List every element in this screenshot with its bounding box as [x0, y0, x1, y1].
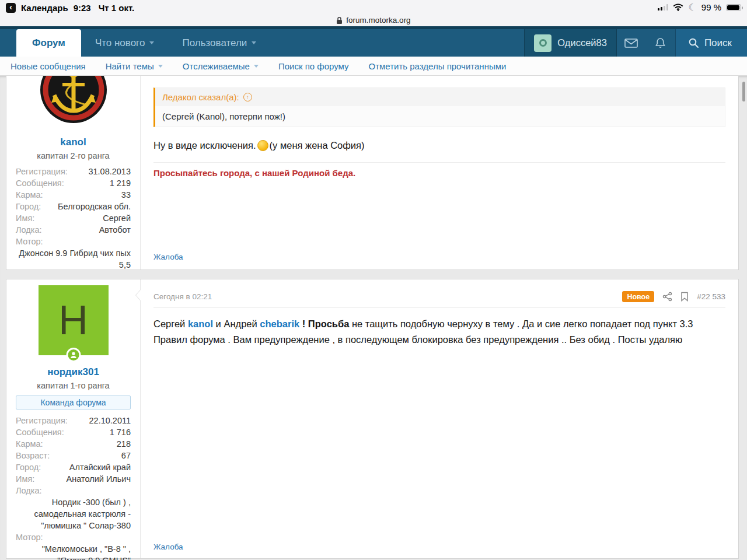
- post-date-link[interactable]: Сегодня в 02:21: [153, 292, 212, 301]
- wifi-icon: [673, 4, 683, 11]
- subnav-label: Новые сообщения: [11, 61, 86, 71]
- new-badge: Новое: [622, 291, 654, 302]
- stat-label: Сообщения:: [16, 177, 64, 189]
- stat-label: Карма:: [16, 438, 43, 450]
- person-icon: [69, 351, 77, 359]
- scroll-indicator[interactable]: [742, 82, 745, 102]
- quote-author-label: Ледакол сказал(а):: [162, 92, 239, 102]
- tab-members[interactable]: Пользователи: [168, 29, 270, 57]
- subnav-mark-read[interactable]: Отметить разделы прочитанными: [368, 61, 506, 71]
- screen: ‹ Календарь 9:23 Чт 1 окт. ☾ 99 % forum.…: [0, 0, 747, 560]
- inbox-button[interactable]: [617, 29, 646, 57]
- status-right: ☾ 99 %: [658, 2, 741, 12]
- search-icon: [689, 38, 699, 48]
- share-button[interactable]: [662, 292, 672, 302]
- username-link[interactable]: нордик301: [6, 366, 140, 378]
- content-area: kanol капитан 2-го ранга Регистрация:31.…: [0, 76, 747, 560]
- subnav-label: Поиск по форуму: [278, 61, 349, 71]
- report-link[interactable]: Жалоба: [153, 253, 183, 261]
- stat-value: "Мелкомоськи , "В-8 " , "Ямаха 9,9 GMHS": [16, 543, 131, 560]
- stat-value: Джонсон 9.9 Гибрид чих пых 5,5: [16, 247, 131, 271]
- app-return-label[interactable]: Календарь: [21, 3, 68, 13]
- bookmark-button[interactable]: [680, 292, 689, 302]
- search-label: Поиск: [704, 37, 732, 49]
- navbar-right: Одиссей83: [524, 29, 747, 57]
- battery-icon: [726, 4, 741, 11]
- stat-label: Лодка:: [16, 224, 41, 236]
- stat-label: Имя:: [16, 212, 34, 224]
- username-link[interactable]: kanol: [6, 136, 140, 148]
- stat-value: 31.08.2013: [88, 166, 131, 177]
- stat-value: Нордик -300 (был ) , самодельная кастрюл…: [16, 496, 131, 531]
- quote-block: Ледакол сказал(а): ↑ (Сергей (Kanol), по…: [153, 88, 725, 127]
- stat-label: Имя:: [16, 473, 34, 485]
- back-to-app-button[interactable]: ‹: [6, 3, 16, 13]
- stat-label: Мотор:: [16, 236, 43, 247]
- subnav-label: Отслеживаемые: [183, 61, 250, 71]
- user-rank: капитан 1-го ранга: [6, 381, 140, 390]
- user-cell: kanol капитан 2-го ранга Регистрация:31.…: [6, 76, 141, 270]
- stat-label: Город:: [16, 201, 41, 212]
- envelope-icon: [624, 38, 638, 48]
- post-number-link[interactable]: #22 533: [697, 292, 725, 301]
- cellular-signal-icon: [658, 4, 668, 10]
- stat-value: 22.10.2011: [89, 415, 131, 426]
- user-cell: H нордик301 капитан 1-го ранга Команда ф…: [6, 279, 141, 558]
- status-bar: ‹ Календарь 9:23 Чт 1 окт. ☾ 99 % forum.…: [0, 0, 747, 26]
- chevron-down-icon: [149, 41, 154, 44]
- online-indicator-icon: [66, 348, 81, 362]
- date-label: Чт 1 окт.: [99, 3, 134, 13]
- chevron-down-icon: [158, 65, 163, 68]
- stat-value: 1 716: [110, 426, 131, 438]
- user-stats: Регистрация:22.10.2011 Сообщения:1 716 К…: [16, 415, 131, 560]
- avatar-ring: [539, 39, 547, 47]
- post-kanol: kanol капитан 2-го ранга Регистрация:31.…: [6, 76, 739, 270]
- subnav-watched[interactable]: Отслеживаемые: [183, 61, 259, 71]
- subnav-new-posts[interactable]: Новые сообщения: [11, 61, 86, 71]
- subnav-find-threads[interactable]: Найти темы: [106, 61, 163, 71]
- user-menu[interactable]: Одиссей83: [524, 29, 617, 57]
- stat-value: 67: [121, 450, 131, 461]
- jump-to-quoted-post-icon[interactable]: ↑: [243, 93, 252, 102]
- subnav: Новые сообщения Найти темы Отслеживаемые…: [0, 57, 747, 76]
- body-text: Ну в виде исключения.: [153, 140, 256, 150]
- user-mention-link[interactable]: kanol: [188, 318, 213, 329]
- stat-label: Возраст:: [16, 450, 50, 461]
- avatar[interactable]: H: [39, 285, 109, 355]
- search-button[interactable]: Поиск: [675, 29, 747, 57]
- post-body: Сергей kanol и Андрей chebarik ! Просьба…: [153, 316, 725, 348]
- alerts-button[interactable]: [646, 29, 675, 57]
- bell-icon: [655, 37, 665, 48]
- stat-label: Мотор:: [16, 531, 43, 543]
- message-cell: Сегодня в 02:21 Новое: [141, 279, 738, 558]
- chevron-down-icon: [254, 65, 259, 68]
- user-mention-link[interactable]: chebarik: [260, 318, 299, 329]
- tab-forum[interactable]: Форум: [16, 29, 81, 57]
- stat-value: 1 219: [110, 177, 131, 189]
- bubble-arrow: [136, 290, 141, 300]
- stat-value: Алтайский край: [69, 461, 131, 473]
- message-cell: Ледакол сказал(а): ↑ (Сергей (Kanol), по…: [141, 76, 738, 270]
- avatar-letter: H: [58, 300, 88, 341]
- navbar-row: Форум Что нового Пользователи Одиссей83: [0, 29, 747, 57]
- post-body: Ну в виде исключения.(у меня жена София): [153, 140, 725, 151]
- stat-value: 218: [117, 438, 131, 450]
- signature-text: Просыпайтесь города, с нашей Родиной бед…: [153, 168, 725, 178]
- avatar[interactable]: [38, 76, 109, 125]
- subnav-search-forum[interactable]: Поиск по форуму: [278, 61, 349, 71]
- report-link[interactable]: Жалоба: [153, 542, 183, 551]
- battery-percent: 99 %: [701, 2, 721, 12]
- quote-body: (Сергей (Kanol), потерпи пож!): [155, 106, 725, 127]
- share-icon: [662, 292, 672, 302]
- body-bold-text: ! Просьба: [299, 318, 349, 329]
- post-header-right: Новое: [622, 291, 725, 302]
- body-text: Сергей: [153, 318, 188, 329]
- chevron-down-icon: [252, 41, 256, 44]
- stat-value: 33: [121, 189, 131, 201]
- yellow-ball-emoji: [257, 140, 268, 151]
- stat-label: Лодка:: [16, 485, 41, 496]
- tab-whats-new[interactable]: Что нового: [81, 29, 169, 57]
- quote-header[interactable]: Ледакол сказал(а): ↑: [155, 88, 725, 106]
- address-bar[interactable]: forum.motorka.org: [0, 14, 747, 26]
- moon-icon: ☾: [688, 3, 696, 12]
